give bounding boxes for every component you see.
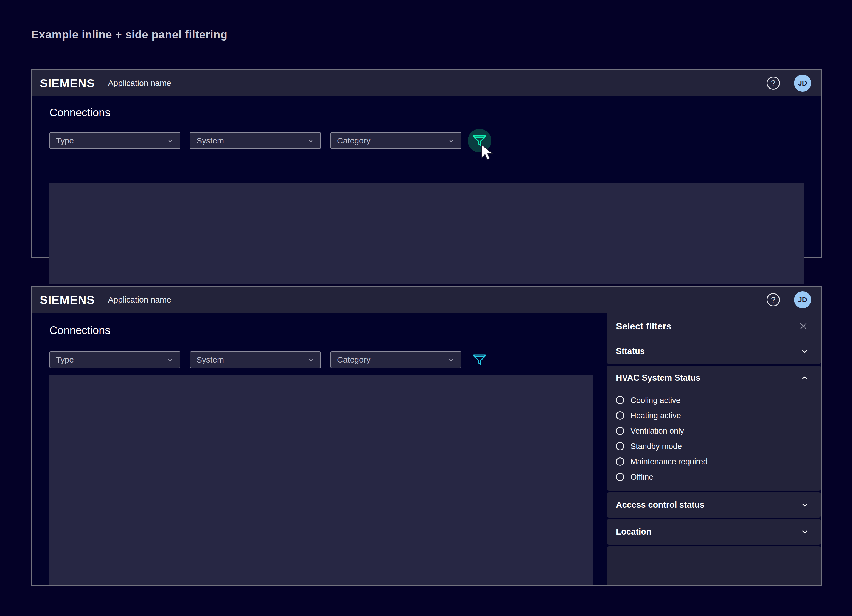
help-button[interactable]: ? [767,293,780,306]
app-window-side-panel-filtering: SIEMENS Application name ? JD Connection… [31,286,822,586]
close-icon [799,321,808,331]
radio-label: Heating active [630,411,681,420]
open-filter-panel-button[interactable] [468,348,491,372]
card-body: Connections Type System Category [32,96,821,257]
hvac-status-options: Cooling active Heating active Ventilatio… [616,390,809,491]
funnel-filter-icon [472,352,487,367]
chevron-up-icon [801,374,809,382]
inline-filter-row: Type System Category [50,351,491,368]
table-placeholder [50,183,804,284]
chevron-down-icon [307,137,314,144]
funnel-filter-icon [472,133,487,148]
radio-label: Ventilation only [630,426,684,435]
type-dropdown-label: Type [56,355,74,364]
radio-cooling-active[interactable]: Cooling active [616,393,809,408]
chevron-down-icon [801,501,809,509]
panel-section-hvac: HVAC System Status Cooling active Heatin… [607,366,821,491]
chevron-down-icon [307,356,314,363]
system-dropdown[interactable]: System [190,351,321,368]
chevron-down-icon [448,137,455,144]
radio-icon [616,411,624,420]
panel-section-empty [607,546,821,585]
radio-icon [616,473,624,481]
question-mark-icon: ? [771,295,775,304]
table-placeholder [50,375,593,585]
radio-label: Cooling active [630,396,680,405]
app-name: Application name [108,295,171,304]
panel-header: Select filters [616,313,809,339]
chevron-down-icon [167,356,174,363]
radio-offline[interactable]: Offline [616,469,809,485]
radio-label: Standby mode [630,442,682,451]
app-header: SIEMENS Application name ? JD [32,70,821,96]
filter-group-label: Sttatus [616,346,645,356]
close-panel-button[interactable] [798,321,809,331]
open-filter-panel-button[interactable] [468,129,491,152]
radio-icon [616,442,624,450]
panel-title: Select filters [616,321,671,331]
radio-label: Offline [630,473,653,482]
siemens-logo: SIEMENS [40,77,95,90]
filter-group-status[interactable]: Sttatus [616,339,809,364]
app-header: SIEMENS Application name ? JD [32,287,821,313]
radio-standby-mode[interactable]: Standby mode [616,438,809,454]
app-window-inline-filtering: SIEMENS Application name ? JD Connection… [31,69,822,258]
page-section-title: Connections [50,324,110,336]
system-dropdown[interactable]: System [190,132,321,149]
system-dropdown-label: System [196,355,224,364]
radio-icon [616,427,624,435]
type-dropdown-label: Type [56,136,74,145]
filter-group-label: HVAC System Status [616,373,701,383]
panel-section-location: Location [607,519,821,545]
card-body: Connections Type System Category [32,313,821,585]
radio-icon [616,396,624,404]
filter-group-access-control-status[interactable]: Access control status [616,492,809,518]
radio-label: Maintenance required [630,457,708,466]
filter-group-label: Access control status [616,500,704,510]
type-dropdown[interactable]: Type [50,132,180,149]
filter-group-label: Location [616,527,651,537]
category-dropdown[interactable]: Category [331,351,461,368]
chevron-down-icon [801,347,809,355]
category-dropdown-label: Category [337,355,370,364]
filter-group-hvac-system-status[interactable]: HVAC System Status [616,366,809,390]
question-mark-icon: ? [771,79,775,88]
chevron-down-icon [167,137,174,144]
header-actions: ? JD [767,75,811,92]
avatar[interactable]: JD [794,75,811,92]
type-dropdown[interactable]: Type [50,351,180,368]
help-button[interactable]: ? [767,77,780,90]
page-section-title: Connections [50,106,110,119]
filter-side-panel: Select filters Sttatus HVAC System Statu… [607,313,821,585]
panel-section-status: Select filters Sttatus [607,313,821,364]
app-name: Application name [108,78,171,88]
category-dropdown-label: Category [337,136,370,145]
category-dropdown[interactable]: Category [331,132,461,149]
panel-section-access-control: Access control status [607,492,821,518]
radio-maintenance-required[interactable]: Maintenance required [616,454,809,469]
radio-heating-active[interactable]: Heating active [616,408,809,423]
radio-icon [616,458,624,466]
system-dropdown-label: System [196,136,224,145]
radio-ventilation-only[interactable]: Ventilation only [616,423,809,438]
inline-filter-row: Type System Category [50,132,491,149]
filter-group-location[interactable]: Location [616,519,809,544]
chevron-down-icon [801,528,809,536]
page-title: Example inline + side panel filtering [31,28,228,41]
chevron-down-icon [448,356,455,363]
siemens-logo: SIEMENS [40,293,95,307]
avatar[interactable]: JD [794,291,811,308]
header-actions: ? JD [767,291,811,308]
